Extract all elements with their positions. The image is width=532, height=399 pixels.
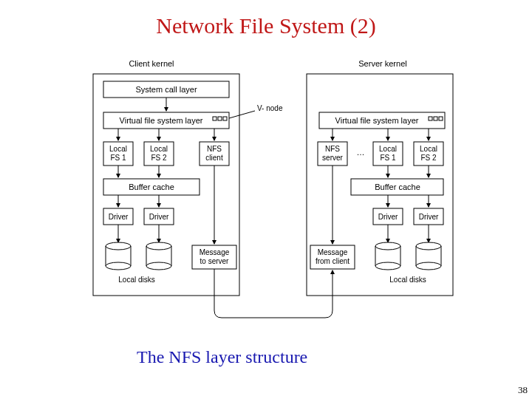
server-vnode-dot [434, 117, 437, 120]
client-disk1 [106, 242, 131, 270]
svg-point-0 [106, 242, 131, 250]
svg-point-12 [416, 242, 441, 250]
client-syscall-label: System call layer [135, 85, 197, 94]
server-fs1-l2: FS 1 [380, 154, 396, 162]
svg-point-3 [106, 262, 131, 270]
server-fs2-l2: FS 2 [420, 154, 437, 162]
client-fs2-l2: FS 2 [151, 154, 167, 162]
network-link [214, 269, 332, 318]
svg-point-7 [146, 262, 171, 270]
client-vfs-label: Virtual file system layer [120, 116, 203, 125]
client-fs2-l1: Local [150, 145, 168, 153]
server-msg-l2: from client [316, 257, 349, 265]
vnode-dot [218, 117, 222, 120]
server-fs2-l1: Local [420, 145, 437, 153]
server-driver1-label: Driver [378, 213, 398, 221]
client-fs1-l2: FS 1 [110, 154, 126, 162]
server-driver2-label: Driver [419, 213, 439, 221]
client-msg-l2: to server [200, 257, 230, 265]
server-disk2 [416, 242, 441, 270]
server-nfs-l2: server [322, 154, 343, 162]
svg-point-15 [416, 262, 441, 270]
server-nfs-l1: NFS [325, 145, 340, 153]
client-disks-label: Local disks [118, 276, 154, 284]
server-fs1-l1: Local [379, 145, 397, 153]
client-msg-l1: Message [200, 248, 230, 256]
server-buffer-label: Buffer cache [375, 183, 420, 191]
client-fs1-l1: Local [109, 145, 127, 153]
server-disks-label: Local disks [389, 276, 426, 284]
client-driver2-label: Driver [149, 213, 169, 221]
svg-point-8 [375, 242, 400, 250]
server-vnode-dot [429, 117, 432, 120]
server-heading: Server kernel [358, 59, 406, 68]
server-disk1 [375, 242, 400, 270]
svg-point-11 [375, 262, 400, 270]
server-msg-l1: Message [318, 248, 348, 256]
client-buffer-label: Buffer cache [129, 183, 174, 191]
server-ellipsis: … [357, 148, 365, 157]
vnode-label: V- node [257, 104, 283, 112]
svg-point-4 [146, 242, 171, 250]
server-vfs-label: Virtual file system layer [335, 116, 419, 125]
client-nfs-l2: client [205, 154, 223, 162]
client-disk2 [146, 242, 171, 270]
vnode-dot [223, 117, 227, 120]
diagram-canvas: Client kernel System call layer Virtual … [0, 0, 532, 399]
client-heading: Client kernel [129, 59, 174, 68]
server-vnode-dot [439, 117, 443, 120]
vnode-pointer [229, 111, 255, 118]
client-nfs-l1: NFS [207, 145, 222, 153]
client-driver1-label: Driver [109, 213, 129, 221]
vnode-dot [213, 117, 216, 120]
